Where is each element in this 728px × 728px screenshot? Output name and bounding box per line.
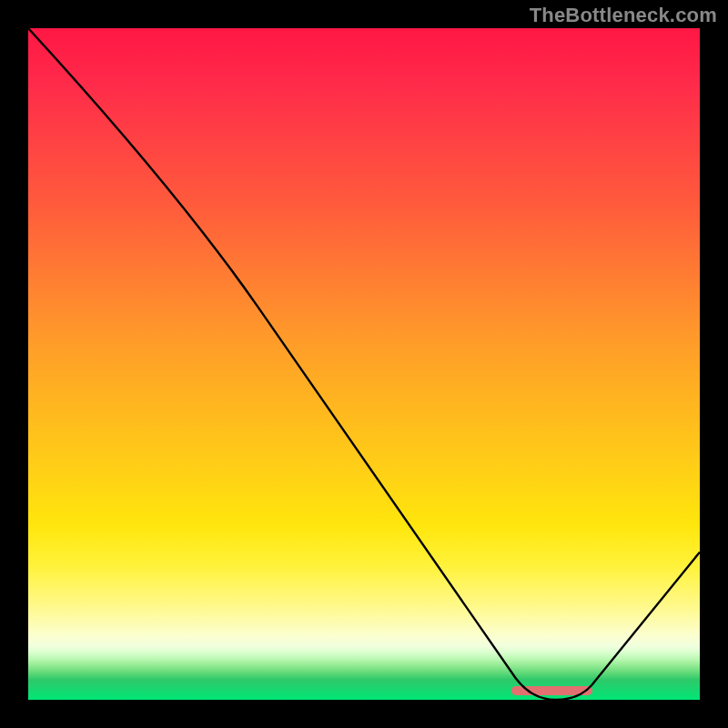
watermark-text: TheBottleneck.com bbox=[530, 4, 717, 27]
curve-path bbox=[28, 28, 700, 700]
plot-area bbox=[28, 28, 700, 700]
chart-frame: TheBottleneck.com bbox=[0, 0, 728, 728]
bottleneck-curve bbox=[28, 28, 700, 700]
